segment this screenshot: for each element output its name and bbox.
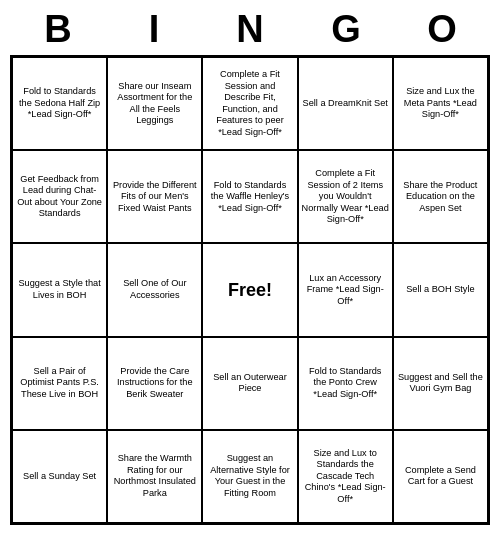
bingo-grid: Fold to Standards the Sedona Half Zip *L…: [10, 55, 490, 525]
bingo-cell-4: Size and Lux the Meta Pants *Lead Sign-O…: [393, 57, 488, 150]
bingo-cell-0: Fold to Standards the Sedona Half Zip *L…: [12, 57, 107, 150]
bingo-cell-22: Suggest an Alternative Style for Your Gu…: [202, 430, 297, 523]
bingo-cell-11: Sell One of Our Accessories: [107, 243, 202, 336]
bingo-cell-20: Sell a Sunday Set: [12, 430, 107, 523]
bingo-cell-6: Provide the Different Fits of our Men's …: [107, 150, 202, 243]
bingo-cell-19: Suggest and Sell the Vuori Gym Bag: [393, 337, 488, 430]
letter-n: N: [206, 8, 294, 51]
bingo-cell-1: Share our Inseam Assortment for the All …: [107, 57, 202, 150]
bingo-cell-5: Get Feedback from Lead during Chat-Out a…: [12, 150, 107, 243]
bingo-cell-7: Fold to Standards the Waffle Henley's *L…: [202, 150, 297, 243]
bingo-cell-12: Free!: [202, 243, 297, 336]
bingo-cell-10: Suggest a Style that Lives in BOH: [12, 243, 107, 336]
bingo-cell-17: Sell an Outerwear Piece: [202, 337, 297, 430]
bingo-cell-16: Provide the Care Instructions for the Be…: [107, 337, 202, 430]
bingo-cell-2: Complete a Fit Session and Describe Fit,…: [202, 57, 297, 150]
bingo-cell-9: Share the Product Education on the Aspen…: [393, 150, 488, 243]
bingo-cell-13: Lux an Accessory Frame *Lead Sign-Off*: [298, 243, 393, 336]
bingo-cell-24: Complete a Send Cart for a Guest: [393, 430, 488, 523]
bingo-cell-15: Sell a Pair of Optimist Pants P.S. These…: [12, 337, 107, 430]
bingo-cell-23: Size and Lux to Standards the Cascade Te…: [298, 430, 393, 523]
bingo-cell-14: Sell a BOH Style: [393, 243, 488, 336]
bingo-cell-18: Fold to Standards the Ponto Crew *Lead S…: [298, 337, 393, 430]
bingo-cell-8: Complete a Fit Session of 2 Items you Wo…: [298, 150, 393, 243]
bingo-header: B I N G O: [10, 8, 490, 51]
bingo-cell-3: Sell a DreamKnit Set: [298, 57, 393, 150]
letter-i: I: [110, 8, 198, 51]
letter-g: G: [302, 8, 390, 51]
bingo-cell-21: Share the Warmth Rating for our Northmos…: [107, 430, 202, 523]
letter-o: O: [398, 8, 486, 51]
letter-b: B: [14, 8, 102, 51]
